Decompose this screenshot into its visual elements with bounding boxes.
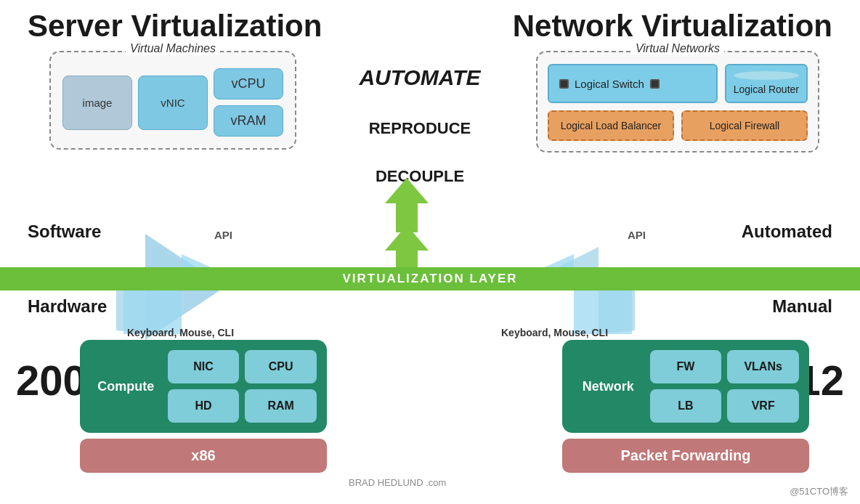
logical-router-label: Logical Router bbox=[734, 84, 799, 95]
vn-section: Virtual Networks Logical Switch Logical … bbox=[522, 51, 832, 153]
main-layout: Server Virtualization Network Virtualiza… bbox=[0, 0, 860, 504]
logical-fw: Logical Firewall bbox=[681, 110, 808, 141]
hw-right: FW Network VLANs LB VRF Packet Forwardin… bbox=[562, 340, 809, 473]
network-title: Network Virtualization bbox=[513, 9, 832, 44]
pf-box: Packet Forwarding bbox=[562, 439, 809, 473]
hw-item-nic: NIC bbox=[168, 350, 240, 383]
logical-router: Logical Router bbox=[725, 64, 808, 103]
hw-item-cpu: CPU bbox=[245, 350, 317, 383]
svg-marker-2 bbox=[526, 247, 635, 334]
hw-item-compute-center: Compute bbox=[90, 350, 162, 423]
hw-item-ram: RAM bbox=[245, 389, 317, 423]
reproduce-text: REPRODUCE bbox=[369, 119, 471, 138]
vm-item-image: image bbox=[62, 76, 132, 130]
compute-grid: NIC Compute CPU HD RAM bbox=[90, 350, 317, 423]
automate-text: AUTOMATE bbox=[359, 65, 480, 90]
ls-dot-right bbox=[650, 79, 660, 89]
hw-item-hd: HD bbox=[168, 389, 240, 423]
vm-item-vram: vRAM bbox=[214, 105, 283, 137]
x86-box: x86 bbox=[80, 439, 327, 473]
hw-item-lb: LB bbox=[650, 389, 722, 423]
vm-items-grid: image vCPU vNIC vRAM bbox=[62, 68, 283, 137]
watermark-51cto: @51CTO博客 bbox=[790, 485, 848, 498]
svg-marker-6 bbox=[385, 178, 429, 232]
title-row: Server Virtualization Network Virtualiza… bbox=[0, 0, 860, 44]
hw-left: NIC Compute CPU HD RAM x86 bbox=[80, 340, 327, 473]
center-section: AUTOMATE REPRODUCE DECOUPLE bbox=[318, 51, 522, 186]
network-grid: FW Network VLANs LB VRF bbox=[572, 350, 799, 423]
decouple-text: DECOUPLE bbox=[376, 167, 464, 186]
hw-item-vlans: VLANs bbox=[727, 350, 799, 383]
label-manual: Manual bbox=[772, 296, 832, 317]
vn-box-label: Virtual Networks bbox=[631, 42, 724, 55]
vm-box: Virtual Machines image vCPU vNIC vRAM bbox=[49, 51, 296, 150]
label-hardware: Hardware bbox=[28, 296, 107, 317]
logical-switch: Logical Switch bbox=[548, 64, 718, 103]
kbd-right: Keyboard, Mouse, CLI bbox=[501, 327, 608, 338]
hw-item-fw: FW bbox=[650, 350, 722, 383]
hw-item-network-center: Network bbox=[572, 350, 644, 423]
vn-bottom-row: Logical Load Balancer Logical Firewall bbox=[548, 110, 808, 141]
vm-section: Virtual Machines image vCPU vNIC vRAM bbox=[28, 51, 318, 150]
server-title: Server Virtualization bbox=[28, 9, 322, 44]
vm-item-vcpu: vCPU bbox=[214, 68, 283, 99]
vm-item-vnic: vNIC bbox=[138, 76, 208, 130]
vn-box: Virtual Networks Logical Switch Logical … bbox=[536, 51, 819, 153]
ls-dot-left bbox=[559, 79, 569, 89]
logical-lb: Logical Load Balancer bbox=[548, 110, 674, 141]
api-label-right: API bbox=[628, 229, 646, 241]
top-section: Virtual Machines image vCPU vNIC vRAM AU… bbox=[0, 44, 860, 186]
api-label-left: API bbox=[214, 229, 232, 241]
network-outer: FW Network VLANs LB VRF bbox=[562, 340, 809, 433]
vm-box-label: Virtual Machines bbox=[126, 42, 220, 55]
svg-marker-4 bbox=[501, 254, 632, 334]
logical-switch-label: Logical Switch bbox=[575, 78, 644, 90]
label-software: Software bbox=[28, 221, 101, 242]
label-automated: Automated bbox=[742, 221, 832, 242]
svg-marker-3 bbox=[123, 254, 254, 334]
vn-top-row: Logical Switch Logical Router bbox=[548, 64, 808, 103]
compute-outer: NIC Compute CPU HD RAM bbox=[80, 340, 327, 433]
hw-item-vrf: VRF bbox=[727, 389, 799, 423]
svg-marker-1 bbox=[116, 247, 225, 334]
lr-cylinder-top bbox=[734, 71, 799, 80]
kbd-left: Keyboard, Mouse, CLI bbox=[127, 327, 234, 338]
virt-layer: VIRTUALIZATION LAYER bbox=[0, 267, 860, 290]
watermark: BRAD HEDLUND .com bbox=[349, 477, 446, 488]
